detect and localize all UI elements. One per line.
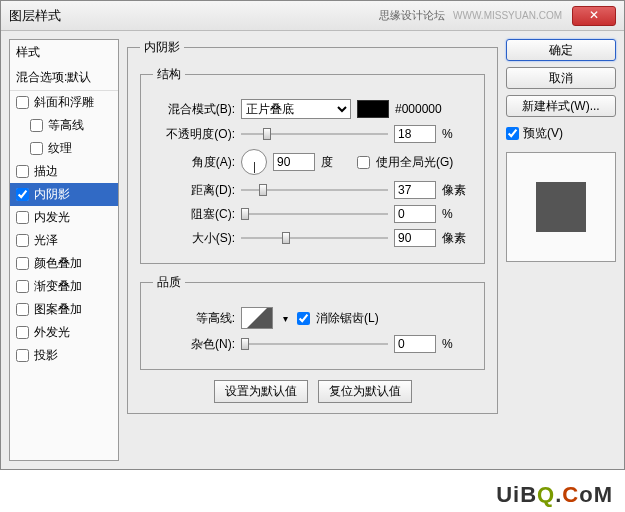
main-panel: 内阴影 结构 混合模式(B): 正片叠底 #000000 不透明度(O): [127, 39, 498, 461]
structure-group: 结构 混合模式(B): 正片叠底 #000000 不透明度(O): % [140, 66, 485, 264]
distance-input[interactable] [394, 181, 436, 199]
angle-label: 角度(A): [153, 154, 235, 171]
sidebar-item-6[interactable]: 光泽 [10, 229, 118, 252]
new-style-button[interactable]: 新建样式(W)... [506, 95, 616, 117]
blend-color-hex: #000000 [395, 102, 442, 116]
sidebar-item-checkbox[interactable] [16, 188, 29, 201]
preview-toggle[interactable]: 预览(V) [506, 125, 616, 142]
anti-alias-checkbox[interactable] [297, 312, 310, 325]
distance-unit: 像素 [442, 182, 472, 199]
choke-label: 阻塞(C): [153, 206, 235, 223]
sidebar-item-checkbox[interactable] [16, 96, 29, 109]
preview-label: 预览(V) [523, 125, 563, 142]
angle-input[interactable] [273, 153, 315, 171]
sidebar-item-checkbox[interactable] [16, 303, 29, 316]
contour-label: 等高线: [153, 310, 235, 327]
sidebar-item-1[interactable]: 等高线 [10, 114, 118, 137]
sidebar-item-checkbox[interactable] [16, 280, 29, 293]
size-slider[interactable] [241, 231, 388, 245]
distance-slider[interactable] [241, 183, 388, 197]
anti-alias-label: 消除锯齿(L) [316, 310, 379, 327]
set-default-button[interactable]: 设置为默认值 [214, 380, 308, 403]
opacity-slider[interactable] [241, 127, 388, 141]
sidebar-item-checkbox[interactable] [16, 234, 29, 247]
sidebar-item-checkbox[interactable] [16, 257, 29, 270]
noise-label: 杂色(N): [153, 336, 235, 353]
sidebar-header[interactable]: 样式 [10, 40, 118, 65]
sidebar-item-label: 投影 [34, 347, 58, 364]
sidebar-item-label: 颜色叠加 [34, 255, 82, 272]
sidebar-item-label: 外发光 [34, 324, 70, 341]
preview-checkbox[interactable] [506, 127, 519, 140]
styles-sidebar: 样式 混合选项:默认 斜面和浮雕等高线纹理描边内阴影内发光光泽颜色叠加渐变叠加图… [9, 39, 119, 461]
sidebar-item-label: 纹理 [48, 140, 72, 157]
sidebar-item-9[interactable]: 图案叠加 [10, 298, 118, 321]
quality-legend: 品质 [153, 274, 185, 291]
layer-style-dialog: 图层样式 思缘设计论坛 WWW.MISSYUAN.COM ✕ 样式 混合选项:默… [0, 0, 625, 470]
titlebar: 图层样式 思缘设计论坛 WWW.MISSYUAN.COM ✕ [1, 1, 624, 31]
sidebar-item-checkbox[interactable] [16, 326, 29, 339]
sidebar-item-0[interactable]: 斜面和浮雕 [10, 91, 118, 114]
opacity-label: 不透明度(O): [153, 126, 235, 143]
sidebar-item-11[interactable]: 投影 [10, 344, 118, 367]
sidebar-item-label: 描边 [34, 163, 58, 180]
choke-input[interactable] [394, 205, 436, 223]
noise-slider[interactable] [241, 337, 388, 351]
opacity-input[interactable] [394, 125, 436, 143]
structure-legend: 结构 [153, 66, 185, 83]
size-unit: 像素 [442, 230, 472, 247]
sidebar-item-2[interactable]: 纹理 [10, 137, 118, 160]
sidebar-blend-options[interactable]: 混合选项:默认 [10, 65, 118, 91]
choke-slider[interactable] [241, 207, 388, 221]
window-title: 图层样式 [9, 7, 61, 25]
preview-swatch [536, 182, 586, 232]
blend-mode-select[interactable]: 正片叠底 [241, 99, 351, 119]
sidebar-item-7[interactable]: 颜色叠加 [10, 252, 118, 275]
sidebar-item-label: 等高线 [48, 117, 84, 134]
angle-dial[interactable] [241, 149, 267, 175]
sidebar-item-3[interactable]: 描边 [10, 160, 118, 183]
choke-unit: % [442, 207, 472, 221]
size-label: 大小(S): [153, 230, 235, 247]
global-light-checkbox[interactable] [357, 156, 370, 169]
sidebar-item-checkbox[interactable] [16, 211, 29, 224]
sidebar-item-5[interactable]: 内发光 [10, 206, 118, 229]
forum-name: 思缘设计论坛 [379, 8, 445, 23]
sidebar-item-label: 渐变叠加 [34, 278, 82, 295]
quality-group: 品质 等高线: ▾ 消除锯齿(L) 杂色(N): % [140, 274, 485, 370]
ok-button[interactable]: 确定 [506, 39, 616, 61]
contour-picker[interactable] [241, 307, 273, 329]
noise-unit: % [442, 337, 472, 351]
panel-title: 内阴影 [140, 39, 184, 56]
sidebar-item-label: 光泽 [34, 232, 58, 249]
opacity-unit: % [442, 127, 472, 141]
sidebar-item-checkbox[interactable] [30, 142, 43, 155]
right-panel: 确定 取消 新建样式(W)... 预览(V) [506, 39, 616, 461]
blend-mode-label: 混合模式(B): [153, 101, 235, 118]
sidebar-item-label: 内阴影 [34, 186, 70, 203]
angle-unit: 度 [321, 154, 351, 171]
sidebar-item-label: 内发光 [34, 209, 70, 226]
sidebar-item-checkbox[interactable] [16, 165, 29, 178]
contour-dropdown-icon[interactable]: ▾ [279, 313, 291, 324]
cancel-button[interactable]: 取消 [506, 67, 616, 89]
sidebar-item-label: 斜面和浮雕 [34, 94, 94, 111]
global-light-label: 使用全局光(G) [376, 154, 453, 171]
forum-url: WWW.MISSYUAN.COM [453, 10, 562, 21]
sidebar-item-checkbox[interactable] [16, 349, 29, 362]
panel-fieldset: 内阴影 结构 混合模式(B): 正片叠底 #000000 不透明度(O): [127, 39, 498, 414]
sidebar-item-4[interactable]: 内阴影 [10, 183, 118, 206]
watermark: UiBQ.CoM [496, 482, 613, 508]
sidebar-item-checkbox[interactable] [30, 119, 43, 132]
sidebar-item-8[interactable]: 渐变叠加 [10, 275, 118, 298]
reset-default-button[interactable]: 复位为默认值 [318, 380, 412, 403]
preview-box [506, 152, 616, 262]
sidebar-item-label: 图案叠加 [34, 301, 82, 318]
distance-label: 距离(D): [153, 182, 235, 199]
size-input[interactable] [394, 229, 436, 247]
noise-input[interactable] [394, 335, 436, 353]
close-button[interactable]: ✕ [572, 6, 616, 26]
sidebar-item-10[interactable]: 外发光 [10, 321, 118, 344]
blend-color-swatch[interactable] [357, 100, 389, 118]
